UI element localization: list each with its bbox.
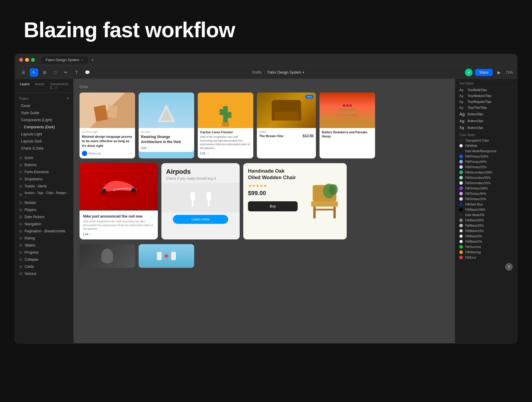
text-style-item[interactable]: Ag Tiny/Thin/70px: [455, 105, 517, 111]
card-link[interactable]: Link →: [83, 233, 154, 236]
new-tab-button[interactable]: +: [90, 57, 96, 63]
tab-layers[interactable]: Layers: [18, 81, 31, 90]
learn-more-button[interactable]: Learn more: [173, 215, 228, 224]
color-success[interactable]: Fill/Success: [455, 244, 517, 249]
card-rewiring[interactable]: For you Rewiring Strange Architecture in…: [139, 93, 194, 158]
zoom-level[interactable]: 71%: [506, 70, 513, 74]
color-secondary-50[interactable]: Fill/Secondary/50%: [455, 175, 517, 180]
color-primary-50[interactable]: Fill/Primary/50%: [455, 159, 517, 164]
color-transparent[interactable]: Transparent Color: [455, 138, 517, 143]
color-black-10[interactable]: Fill/Black/10%: [455, 228, 517, 234]
add-page-button[interactable]: +: [66, 96, 69, 101]
card-brown-one[interactable]: New Sofas The Brown One $12.50: [257, 93, 316, 158]
close-button[interactable]: [19, 58, 23, 62]
sidebar-item-icons[interactable]: ⊞ Icons: [15, 154, 73, 161]
text-style-button-14[interactable]: Ag Button/14px: [455, 124, 517, 131]
sidebar-item-cards[interactable]: ⊞ Cards: [15, 263, 73, 270]
sidebar-item-components-light[interactable]: Components (Light): [15, 116, 73, 124]
text-style-item[interactable]: Ag Tiny/Regular/70px: [455, 99, 517, 105]
color-black-5[interactable]: Fill/Black/5%: [455, 234, 517, 239]
sidebar-item-sliders[interactable]: ⊞ Sliders: [15, 242, 73, 249]
color-black-50[interactable]: Fill/Black/50%: [455, 218, 517, 223]
card-pancake[interactable]: Buttery Strawberry and Pancake Honey: [319, 93, 375, 158]
card-link[interactable]: Link →: [200, 152, 251, 155]
help-button[interactable]: ?: [505, 263, 513, 271]
play-icon[interactable]: ▶: [495, 68, 503, 77]
sidebar-item-charts-data[interactable]: Charts & Data: [15, 145, 73, 152]
comment-icon[interactable]: 💬: [83, 68, 91, 77]
card-link[interactable]: Link →: [141, 146, 192, 150]
app-tab[interactable]: Fabrx Design System ✕: [41, 56, 88, 64]
sidebar-item-rating[interactable]: ⊞ Rating: [15, 235, 73, 242]
sidebar-item-dropdowns[interactable]: ⊞ Dropdowns: [15, 176, 73, 183]
sidebar-item-components-dark[interactable]: ✓ Components (Dark): [15, 124, 73, 131]
color-swatch: [459, 149, 463, 153]
tab-components[interactable]: Components (L...): [48, 81, 70, 90]
color-secondary-100[interactable]: Fill/Secondary/100%: [455, 170, 517, 175]
sidebar-item-players[interactable]: ⊞ Players: [15, 206, 73, 213]
color-black-100[interactable]: Fill/Black/100%: [455, 207, 517, 212]
color-primary-100[interactable]: Fill/Primary/100%: [455, 154, 517, 159]
card-nike[interactable]: Nike just announced the red one Ship of …: [80, 163, 158, 239]
color-primary-25[interactable]: Fill/Primary/25%: [455, 164, 517, 170]
cursor-icon[interactable]: ↖: [30, 68, 38, 77]
color-tertiary-50[interactable]: Fill/Tertiary/50%: [455, 191, 517, 196]
sidebar-item-pagination[interactable]: ⊞ Pagination - Breadcrumbs: [15, 228, 73, 235]
color-black-2[interactable]: Fill/Black/2%: [455, 239, 517, 244]
color-dark-fill[interactable]: Dark Mode/Fill: [455, 212, 517, 218]
color-error[interactable]: Fill/Error: [455, 255, 517, 260]
sidebar-item-form-elements[interactable]: ⊞ Form-Elements: [15, 168, 73, 176]
text-style-button-16[interactable]: Ag Button/16px: [455, 118, 517, 124]
maximize-button[interactable]: [31, 58, 35, 62]
text-style-button-20[interactable]: Ag Button/20px: [455, 111, 517, 118]
drafts-link[interactable]: Drafts: [252, 70, 262, 74]
frame-icon[interactable]: ⊞: [40, 68, 49, 77]
text-icon[interactable]: T: [72, 68, 81, 77]
share-button[interactable]: Share: [475, 69, 493, 76]
shape-icon[interactable]: □: [51, 68, 59, 77]
color-tertiary-100[interactable]: Fill/Tertiary/100%: [455, 186, 517, 191]
sidebar: Layers Assets Components (L...) Pages + …: [15, 79, 74, 343]
pen-icon[interactable]: ✏: [62, 68, 70, 77]
sidebar-item-avatars[interactable]: ⊞ Avatars - Tags - Chips - Badges - ...: [15, 190, 73, 199]
color-secondary-25[interactable]: Fill/Secondary/25%: [455, 180, 517, 186]
sidebar-item-layouts-dark[interactable]: Layouts Dark: [15, 138, 73, 145]
sidebar-item-navigation[interactable]: ⊞ Navigation: [15, 221, 73, 228]
color-black-25[interactable]: Fill/Black/25%: [455, 223, 517, 228]
tab-close-icon[interactable]: ✕: [81, 58, 84, 61]
minimize-button[interactable]: [25, 58, 29, 62]
card-title: Handmade Oak Oiled Wodden Chair: [248, 168, 298, 181]
card-oak-chair[interactable]: Handmade Oak Oiled Wodden Chair ★★★★★ $9…: [243, 163, 347, 239]
canvas-area[interactable]: Grids 13 hours ago Minimal design langua…: [74, 79, 455, 343]
sidebar-item-buttons[interactable]: ⊞ Buttons: [15, 161, 73, 168]
text-style-item[interactable]: Ag Tiny/Medium/70px: [455, 93, 517, 99]
card-menu-icon[interactable]: ⋯: [128, 150, 133, 156]
sidebar-item-various[interactable]: ⊞ Various: [15, 270, 73, 277]
sidebar-item-layouts-light[interactable]: Layouts Light: [15, 131, 73, 138]
sidebar-item-collapse[interactable]: ⊞ Collapse: [15, 256, 73, 263]
card-thumbnail-1[interactable]: [80, 244, 135, 268]
sidebar-item-progress[interactable]: ⊞ Progress: [15, 249, 73, 256]
grid-icon: ⊞: [19, 156, 22, 160]
sidebar-item-cover[interactable]: Cover: [15, 102, 73, 109]
color-dark-bg[interactable]: Dark Mode/Background: [455, 148, 517, 154]
color-tertiary-25[interactable]: Fill/Tertiary/25%: [455, 196, 517, 202]
color-name: Fill/Tertiary/100%: [465, 187, 488, 190]
sidebar-item-toasts[interactable]: ⊞ Toasts - Alerts: [15, 183, 73, 190]
card-thumbnail-2[interactable]: [139, 244, 194, 268]
svg-rect-10: [311, 201, 338, 207]
sidebar-item-styleguide[interactable]: Style Guide: [15, 109, 73, 116]
color-warning[interactable]: Fill/Warning: [455, 249, 517, 255]
card-minimal-design[interactable]: 13 hours ago Minimal design language pro…: [80, 93, 135, 158]
card-airpods[interactable]: Airpods Check if you really should buy i…: [161, 163, 240, 239]
sidebar-item-modals[interactable]: ⊞ Modals: [15, 199, 73, 206]
color-swatch: [459, 256, 463, 259]
tab-assets[interactable]: Assets: [33, 81, 46, 90]
sidebar-item-date-pickers[interactable]: ⊞ Date Pickers: [15, 213, 73, 221]
card-cactus[interactable]: Cactus Lives Forever Ship of the imagina…: [198, 93, 253, 158]
buy-button[interactable]: Buy: [248, 201, 298, 211]
menu-icon[interactable]: ☰: [19, 68, 27, 77]
color-dark-blue[interactable]: Fill/Dark Blue: [455, 202, 517, 207]
text-style-item[interactable]: Ag Tiny/Bold/10px: [455, 87, 517, 93]
color-white[interactable]: Fill/White: [455, 143, 517, 148]
